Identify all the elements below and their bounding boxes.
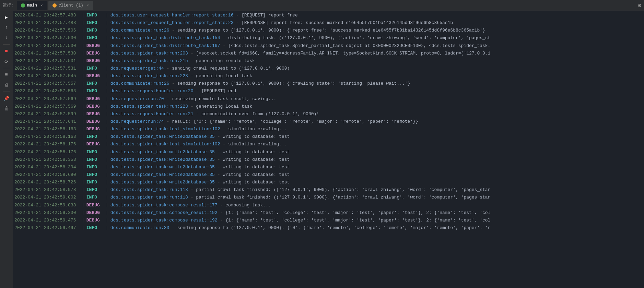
log-level: INFO xyxy=(86,194,104,201)
log-area[interactable]: 2022-04-21 20:42:57.483 | INFO | dcs.tes… xyxy=(13,11,644,288)
log-row: 2022-04-21 20:42:59.230 | DEBUG | dcs.te… xyxy=(13,209,644,217)
log-timestamp: 2022-04-21 20:42:58.353 xyxy=(14,156,80,163)
run-label: 运行: xyxy=(3,2,13,8)
log-row: 2022-04-21 20:42:58.726 | INFO | dcs.tes… xyxy=(13,179,644,186)
log-sep: | xyxy=(82,50,84,57)
log-row: 2022-04-21 20:42:57.530 | INFO | dcs.tes… xyxy=(13,34,644,42)
rerun-button[interactable]: ⟳ xyxy=(1,57,12,66)
log-level: INFO xyxy=(86,149,104,156)
tab-client1-close[interactable]: ✕ xyxy=(87,3,89,8)
log-level: DEBUG xyxy=(86,126,104,133)
gear-icon[interactable]: ⚙ xyxy=(638,2,641,9)
log-level: DEBUG xyxy=(86,217,104,224)
log-level: DEBUG xyxy=(86,96,104,103)
log-timestamp: 2022-04-21 20:42:58.394 xyxy=(14,164,80,171)
log-sep: | xyxy=(82,179,84,186)
log-timestamp: 2022-04-21 20:42:57.599 xyxy=(14,111,80,118)
log-timestamp: 2022-04-21 20:42:58.978 xyxy=(14,187,80,193)
clear-button[interactable]: 🗑 xyxy=(1,104,12,113)
log-message: dcs.tests.spider_task:run:203 - [<socket… xyxy=(110,50,491,57)
log-sep: | xyxy=(82,58,84,64)
scroll-down-button[interactable]: ↓ xyxy=(1,33,12,43)
log-timestamp: 2022-04-21 20:42:58.163 xyxy=(14,133,80,140)
log-pipe: | xyxy=(106,141,108,148)
log-sep: | xyxy=(82,12,84,19)
log-level: INFO xyxy=(86,88,104,95)
log-timestamp: 2022-04-21 20:42:57.483 xyxy=(14,12,80,19)
tab-client1[interactable]: client (1) ✕ xyxy=(48,1,93,10)
log-timestamp: 2022-04-21 20:42:57.545 xyxy=(14,73,80,80)
log-timestamp: 2022-04-21 20:42:57.531 xyxy=(14,65,80,72)
toolbar-separator-3 xyxy=(3,92,10,92)
log-message: dcs.tests.spider_task:write2database:35 … xyxy=(110,179,290,186)
log-pipe: | xyxy=(106,133,108,140)
log-row: 2022-04-21 20:42:57.530 | DEBUG | dcs.te… xyxy=(13,42,644,50)
log-pipe: | xyxy=(106,209,108,216)
log-pipe: | xyxy=(106,50,108,57)
stop-button[interactable]: ■ xyxy=(1,46,12,56)
log-pipe: | xyxy=(106,73,108,80)
pin-button[interactable]: 📌 xyxy=(1,94,12,103)
log-row: 2022-04-21 20:42:58.690 | INFO | dcs.tes… xyxy=(13,171,644,179)
log-sep: | xyxy=(82,217,84,224)
toolbar-separator-2 xyxy=(3,68,10,68)
log-pipe: | xyxy=(106,171,108,178)
print-button[interactable]: ⎙ xyxy=(1,80,12,90)
tab-main-close[interactable]: ✕ xyxy=(40,3,43,8)
log-pipe: | xyxy=(106,202,108,209)
settings-button[interactable]: ≡ xyxy=(1,70,12,80)
log-timestamp: 2022-04-21 20:42:57.531 xyxy=(14,58,80,64)
log-sep: | xyxy=(82,27,84,34)
log-message: dcs.tests.spider_task:write2database:35 … xyxy=(110,133,290,140)
log-level: INFO xyxy=(86,35,104,41)
log-sep: | xyxy=(82,225,84,231)
log-pipe: | xyxy=(106,35,108,41)
log-message: dcs.tests.spider_task:test_simulation:10… xyxy=(110,126,287,133)
log-row: 2022-04-21 20:42:58.163 | DEBUG | dcs.te… xyxy=(13,125,644,133)
log-sep: | xyxy=(82,111,84,118)
log-pipe: | xyxy=(106,96,108,103)
log-pipe: | xyxy=(106,20,108,26)
log-timestamp: 2022-04-21 20:42:57.483 xyxy=(14,20,80,26)
log-message: dcs.tests.user_request_handler:report_st… xyxy=(110,20,453,26)
log-pipe: | xyxy=(106,194,108,201)
scroll-up-button[interactable]: ↑ xyxy=(1,23,12,32)
log-timestamp: 2022-04-21 20:42:57.557 xyxy=(14,80,80,87)
log-row: 2022-04-21 20:42:57.531 | INFO | dcs.req… xyxy=(13,65,644,72)
log-timestamp: 2022-04-21 20:42:57.530 xyxy=(14,50,80,57)
log-message: dcs.tests.spider_task:run:118 - partial … xyxy=(110,187,491,193)
log-pipe: | xyxy=(106,12,108,19)
log-pipe: | xyxy=(106,126,108,133)
log-message: dcs.tests.spider_task:write2database:35 … xyxy=(110,149,290,156)
log-message: dcs.tests.spider_task:test_simulation:10… xyxy=(110,141,287,148)
log-timestamp: 2022-04-21 20:42:57.506 xyxy=(14,27,80,34)
log-message: dcs.tests.spider_task:compose_result:192… xyxy=(110,217,491,224)
left-toolbar: ▶ ↑ ↓ ■ ⟳ ≡ ⎙ 📌 🗑 xyxy=(0,11,13,288)
log-sep: | xyxy=(82,35,84,41)
log-row: 2022-04-21 20:42:58.176 | DEBUG | dcs.te… xyxy=(13,141,644,148)
log-level: DEBUG xyxy=(86,209,104,216)
log-message: dcs.tests.requestHandler:run:20 - [REQUE… xyxy=(110,88,236,95)
log-message: dcs.tests.spider_task:compose_result:177… xyxy=(110,202,271,209)
log-pipe: | xyxy=(106,80,108,87)
log-row: 2022-04-21 20:42:57.569 | DEBUG | dcs.te… xyxy=(13,103,644,110)
log-level: DEBUG xyxy=(86,43,104,49)
log-level: DEBUG xyxy=(86,141,104,148)
log-level: DEBUG xyxy=(86,118,104,125)
log-level: INFO xyxy=(86,12,104,19)
log-timestamp: 2022-04-21 20:42:58.176 xyxy=(14,149,80,156)
log-row: 2022-04-21 20:42:57.641 | DEBUG | dcs.re… xyxy=(13,118,644,125)
log-row: 2022-04-21 20:42:58.176 | INFO | dcs.tes… xyxy=(13,148,644,156)
log-timestamp: 2022-04-21 20:42:58.176 xyxy=(14,141,80,148)
log-pipe: | xyxy=(106,103,108,110)
log-pipe: | xyxy=(106,217,108,224)
log-row: 2022-04-21 20:42:57.557 | INFO | dcs.com… xyxy=(13,80,644,87)
log-row: 2022-04-21 20:42:59.497 | INFO | dcs.com… xyxy=(13,224,644,232)
log-row: 2022-04-21 20:42:57.483 | INFO | dcs.tes… xyxy=(13,19,644,27)
main-layout: ▶ ↑ ↓ ■ ⟳ ≡ ⎙ 📌 🗑 2022-04-21 20:42:57.48… xyxy=(0,11,644,288)
run-button[interactable]: ▶ xyxy=(1,12,12,22)
log-message: dcs.tests.requestHandler:run:21 - commun… xyxy=(110,111,319,118)
log-pipe: | xyxy=(106,118,108,125)
tab-main[interactable]: main ✕ xyxy=(17,1,47,10)
title-bar: 运行: main ✕ client (1) ✕ ⚙ xyxy=(0,0,644,11)
